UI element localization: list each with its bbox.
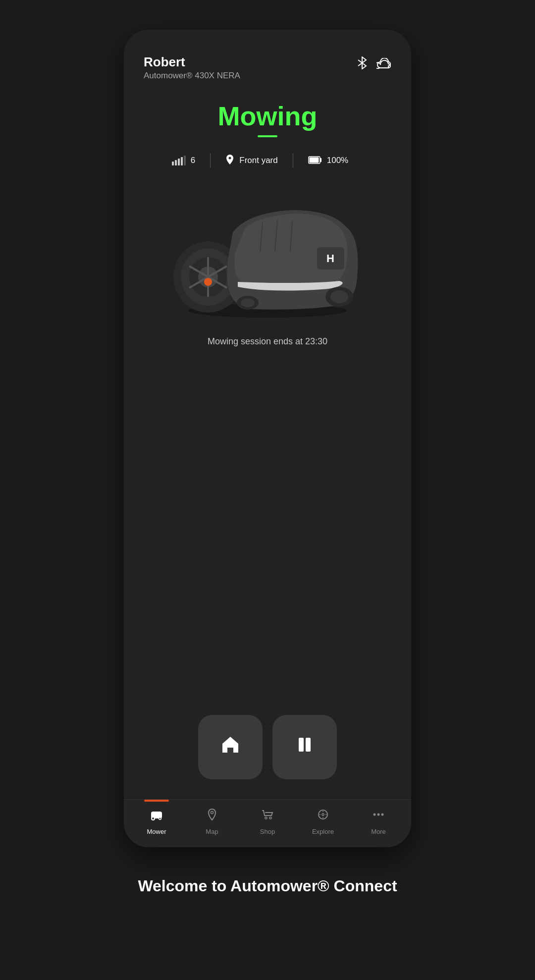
info-bar: 6 Front yard bbox=[124, 142, 411, 173]
header-left: Robert Automower® 430X NERA bbox=[144, 54, 240, 81]
page-wrapper: Robert Automower® 430X NERA bbox=[0, 0, 535, 980]
signal-icon bbox=[172, 156, 186, 165]
map-nav-icon bbox=[205, 808, 219, 825]
svg-point-16 bbox=[330, 290, 348, 303]
status-section: Mowing bbox=[124, 91, 411, 142]
welcome-text: Welcome to Automower® Connect bbox=[118, 847, 417, 905]
cloud-icon bbox=[376, 57, 391, 72]
svg-point-25 bbox=[160, 818, 161, 819]
device-model: Automower® 430X NERA bbox=[144, 71, 240, 81]
svg-point-30 bbox=[322, 814, 324, 816]
mower-image-container: H bbox=[124, 173, 411, 331]
svg-rect-2 bbox=[320, 158, 321, 162]
svg-rect-3 bbox=[309, 157, 319, 163]
more-nav-icon bbox=[372, 808, 385, 825]
status-underline bbox=[258, 135, 277, 137]
nav-item-more[interactable]: More bbox=[351, 808, 406, 835]
svg-rect-19 bbox=[299, 738, 304, 752]
svg-point-31 bbox=[374, 814, 376, 816]
explore-nav-icon bbox=[316, 808, 330, 825]
session-info: Mowing session ends at 23:30 bbox=[124, 331, 411, 362]
shop-nav-icon bbox=[261, 808, 274, 825]
svg-point-28 bbox=[269, 817, 271, 819]
nav-label-explore: Explore bbox=[312, 828, 334, 835]
phone-screen: Robert Automower® 430X NERA bbox=[124, 30, 411, 847]
battery-item: 100% bbox=[293, 155, 363, 166]
svg-point-23 bbox=[152, 817, 154, 819]
svg-point-0 bbox=[229, 157, 231, 159]
nav-label-map: Map bbox=[206, 828, 218, 835]
nav-item-shop[interactable]: Shop bbox=[240, 808, 295, 835]
svg-text:H: H bbox=[326, 252, 334, 265]
svg-point-32 bbox=[377, 814, 380, 816]
control-buttons bbox=[124, 705, 411, 799]
battery-icon bbox=[308, 155, 322, 166]
nav-label-more: More bbox=[371, 828, 386, 835]
signal-value: 6 bbox=[191, 156, 195, 165]
phone-frame: Robert Automower® 430X NERA bbox=[124, 30, 411, 847]
svg-point-27 bbox=[265, 817, 267, 819]
device-name: Robert bbox=[144, 54, 240, 70]
signal-item: 6 bbox=[172, 156, 210, 165]
mower-nav-icon bbox=[150, 808, 163, 825]
svg-point-33 bbox=[381, 814, 384, 816]
pause-icon bbox=[294, 734, 316, 761]
nav-item-map[interactable]: Map bbox=[184, 808, 240, 835]
header-icons bbox=[357, 56, 391, 73]
status-title: Mowing bbox=[144, 101, 391, 131]
nav-label-shop: Shop bbox=[260, 828, 275, 835]
header: Robert Automower® 430X NERA bbox=[124, 30, 411, 91]
svg-point-18 bbox=[241, 298, 255, 307]
nav-item-explore[interactable]: Explore bbox=[295, 808, 351, 835]
svg-rect-20 bbox=[306, 738, 311, 752]
nav-item-mower[interactable]: Mower bbox=[129, 808, 184, 835]
pause-button[interactable] bbox=[272, 715, 337, 779]
content-spacer bbox=[124, 362, 411, 705]
home-icon bbox=[219, 734, 241, 761]
location-item: Front yard bbox=[211, 154, 292, 167]
battery-value: 100% bbox=[327, 156, 348, 165]
svg-point-26 bbox=[211, 812, 214, 814]
mower-image: H bbox=[163, 183, 372, 322]
location-icon bbox=[225, 154, 234, 167]
home-button[interactable] bbox=[198, 715, 263, 779]
svg-point-12 bbox=[204, 278, 212, 286]
location-value: Front yard bbox=[239, 156, 277, 165]
nav-label-mower: Mower bbox=[147, 828, 166, 835]
bottom-nav: Mower Map bbox=[124, 799, 411, 847]
bluetooth-icon bbox=[357, 56, 368, 73]
session-message: Mowing session ends at 23:30 bbox=[208, 336, 327, 346]
